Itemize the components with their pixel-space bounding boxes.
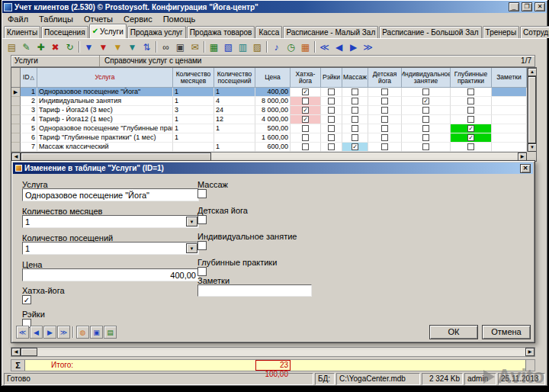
- scroll-right-icon[interactable]: ▶: [525, 348, 535, 356]
- cell-months[interactable]: [173, 143, 214, 152]
- deep-row-checkbox[interactable]: ✓: [467, 125, 474, 132]
- cell-months[interactable]: 1: [173, 88, 214, 97]
- cell-kids[interactable]: [368, 124, 402, 133]
- cell-months[interactable]: 1: [173, 97, 214, 106]
- cell-price[interactable]: 1 600,00: [255, 133, 291, 143]
- months-select[interactable]: 1 ▼: [22, 215, 199, 228]
- add-record-icon[interactable]: ✚: [34, 40, 48, 54]
- column-header-deep[interactable]: Глубинные практики: [451, 68, 492, 88]
- column-header-price[interactable]: Цена: [255, 68, 291, 88]
- copy-record-icon[interactable]: ▣: [90, 326, 103, 339]
- hatha-row-checkbox[interactable]: ✓: [302, 107, 309, 114]
- cell-notes[interactable]: [492, 143, 527, 152]
- cell-price[interactable]: 500,00: [255, 124, 291, 133]
- delete-record-icon[interactable]: ✖: [48, 40, 63, 54]
- cell-hatha[interactable]: ✓: [291, 106, 321, 115]
- sort-icon[interactable]: ⇅: [140, 40, 154, 54]
- cell-notes[interactable]: [492, 97, 527, 106]
- cell-hatha[interactable]: ✓: [291, 88, 321, 97]
- columns-icon[interactable]: ▥: [236, 40, 250, 54]
- binoculars-icon[interactable]: ∞: [159, 40, 173, 54]
- vertical-scroll-thumb[interactable]: [528, 76, 536, 143]
- price-input[interactable]: 400,00: [22, 268, 199, 281]
- kids-row-checkbox[interactable]: [381, 134, 388, 141]
- column-header-notes[interactable]: Заметки: [492, 68, 527, 88]
- cell-deep[interactable]: [451, 106, 492, 115]
- ok-button[interactable]: ОК: [429, 325, 478, 339]
- table-row[interactable]: 7Массаж классический1600,00✓: [11, 143, 527, 152]
- cell-price[interactable]: 400,00: [255, 88, 291, 97]
- reiki-row-checkbox[interactable]: [328, 98, 335, 104]
- view-record-icon[interactable]: ▤: [5, 40, 19, 54]
- column-header-id[interactable]: ID△: [21, 68, 37, 88]
- reiki-row-checkbox[interactable]: [328, 125, 335, 132]
- massage-checkbox[interactable]: [197, 189, 207, 198]
- scroll-up-icon[interactable]: ▲: [528, 68, 537, 76]
- cell-individual[interactable]: ✓: [402, 97, 451, 106]
- cell-massage[interactable]: [342, 106, 368, 115]
- column-header-visits[interactable]: Количество посещений: [214, 68, 255, 88]
- cell-price[interactable]: 4 000,00: [255, 115, 291, 124]
- cell-id[interactable]: 6: [21, 133, 37, 143]
- tab-schedule-big-hall[interactable]: Расписание - Большой Зал: [379, 26, 481, 38]
- row-selector[interactable]: [11, 106, 21, 115]
- tab-schedule-small-hall[interactable]: Расписание - Малый Зал: [283, 26, 378, 38]
- cell-notes[interactable]: [492, 115, 527, 124]
- reiki-row-checkbox[interactable]: [328, 107, 335, 114]
- table-row[interactable]: ▶1Одноразовое посещение "Йога"11400,00✓: [11, 88, 527, 97]
- deep-row-checkbox[interactable]: [467, 107, 474, 114]
- cell-id[interactable]: 5: [21, 124, 37, 133]
- hatha-row-checkbox[interactable]: ✓: [302, 116, 309, 123]
- cell-deep[interactable]: [451, 97, 492, 106]
- hatha-row-checkbox[interactable]: [302, 134, 309, 141]
- reiki-row-checkbox[interactable]: [328, 88, 335, 95]
- column-header-service[interactable]: Услуга: [37, 68, 173, 88]
- individual-checkbox[interactable]: [197, 241, 207, 250]
- vertical-scrollbar[interactable]: ▲ ▼: [527, 68, 536, 152]
- menu-item[interactable]: Файл: [2, 14, 34, 24]
- cancel-button[interactable]: Отмена: [482, 325, 531, 339]
- cell-individual[interactable]: [402, 143, 451, 152]
- cell-massage[interactable]: [342, 133, 368, 143]
- tab-clients[interactable]: Клиенты: [4, 26, 40, 38]
- close-button[interactable]: ✕: [535, 2, 545, 11]
- cell-kids[interactable]: [368, 115, 402, 124]
- cell-reiki[interactable]: [321, 106, 342, 115]
- cell-hatha[interactable]: [291, 133, 321, 143]
- cell-deep[interactable]: [451, 88, 492, 97]
- last-record-button[interactable]: ≫: [57, 326, 70, 339]
- notes-input[interactable]: [197, 284, 312, 297]
- export-table-icon[interactable]: ▨: [250, 40, 265, 54]
- cell-massage[interactable]: [342, 88, 368, 97]
- cell-deep[interactable]: [451, 115, 492, 124]
- table-row[interactable]: 6Тариф "Глубинные практики" (1 мес)11 60…: [11, 133, 527, 143]
- maximize-button[interactable]: ❐: [522, 2, 532, 11]
- form-horizontal-scrollbar[interactable]: ◀ ▶: [11, 347, 535, 357]
- cell-kids[interactable]: [368, 106, 402, 115]
- table-row[interactable]: 4Тариф - Йога12 (1 мес)1124 000,00✓: [11, 115, 527, 124]
- table-row[interactable]: 2Индивидуальные занятия148 000,00✓: [11, 97, 527, 106]
- cell-service[interactable]: Массаж классический: [37, 143, 173, 152]
- individual-row-checkbox[interactable]: [422, 143, 429, 150]
- cell-visits[interactable]: 12: [214, 115, 255, 124]
- print-icon[interactable]: ▣: [173, 40, 188, 54]
- cell-id[interactable]: 2: [21, 97, 37, 106]
- individual-row-checkbox[interactable]: [422, 125, 429, 132]
- cell-kids[interactable]: [368, 133, 402, 143]
- kids-row-checkbox[interactable]: [381, 88, 388, 95]
- refresh-icon[interactable]: ↻: [63, 40, 77, 54]
- next-record-button[interactable]: ▶: [43, 326, 56, 339]
- column-header-months[interactable]: Количество месяцев: [173, 68, 214, 88]
- calendar-icon[interactable]: ▦: [298, 40, 313, 54]
- cell-id[interactable]: 3: [21, 106, 37, 115]
- tab-trainers[interactable]: Тренеры: [483, 26, 520, 38]
- cell-individual[interactable]: [402, 88, 451, 97]
- card-view-icon[interactable]: ▧: [221, 40, 236, 54]
- visits-select[interactable]: 1 ▼: [22, 242, 199, 255]
- column-header-hatha[interactable]: Хатха-йога: [291, 68, 321, 88]
- cell-service[interactable]: Индивидуальные занятия: [37, 97, 173, 106]
- clock-icon[interactable]: ◷: [284, 40, 298, 54]
- cell-individual[interactable]: [402, 124, 451, 133]
- tab-service-sales[interactable]: Продажа услуг: [127, 26, 186, 38]
- reiki-row-checkbox[interactable]: [328, 134, 335, 141]
